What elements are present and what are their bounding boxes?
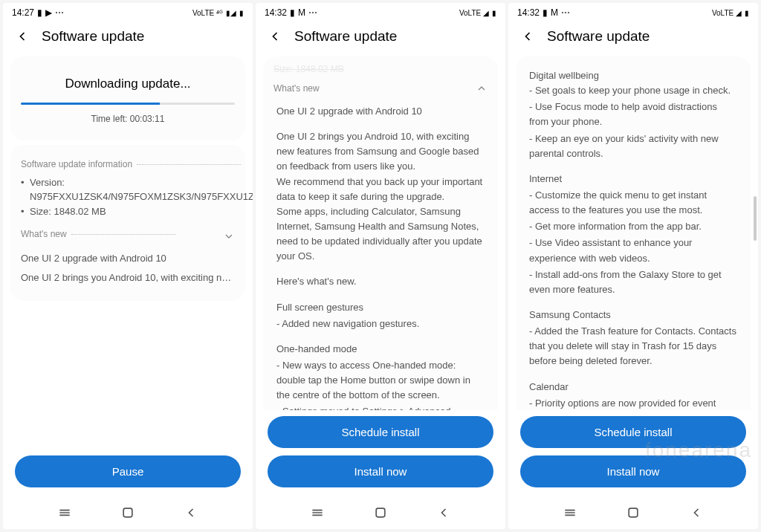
back-icon[interactable] — [520, 29, 535, 44]
internet-bullet-3: - Use Video assistant to enhance your ex… — [529, 236, 737, 265]
chevron-down-icon — [223, 230, 235, 242]
contacts-heading: Samsung Contacts — [529, 308, 737, 322]
nav-back-icon[interactable] — [689, 505, 704, 520]
back-icon[interactable] — [15, 29, 30, 44]
fullscreen-bullet-1: - Added new navigation gestures. — [276, 317, 485, 331]
mail-icon: M — [551, 7, 558, 18]
home-icon[interactable] — [626, 505, 641, 520]
back-icon[interactable] — [268, 29, 282, 44]
internet-bullet-1: - Customize the quick menu to get instan… — [529, 188, 737, 218]
notification-icon: ▮ — [37, 7, 42, 18]
notification-icon: ▮ — [290, 7, 295, 18]
recents-icon[interactable] — [563, 505, 577, 520]
nav-back-icon[interactable] — [184, 505, 198, 520]
changelog-title: One UI 2 upgrade with Android 10 — [276, 104, 485, 119]
time-left: Time left: 00:03:11 — [21, 112, 235, 129]
more-icon: ⋯ — [561, 7, 570, 18]
volte-icon: VoLTE ◢ — [459, 9, 489, 17]
signal-icon: ▮◢ — [226, 9, 236, 17]
changelog-p4: Here's what's new. — [276, 274, 485, 289]
onehanded-heading: One-handed mode — [276, 342, 485, 357]
wellbeing-bullet-3: - Keep an eye on your kids' activity wit… — [529, 132, 737, 161]
screen-2: 14:32 ▮ M ⋯ VoLTE ◢ ▮ Software update Si… — [256, 3, 505, 529]
progress-bar — [21, 103, 235, 105]
version-line: Version: N975FXXU1ZSK4/N975FOXM1ZSK3/N97… — [21, 175, 235, 204]
page-header: Software update — [3, 19, 253, 52]
install-now-button[interactable]: Install now — [268, 455, 493, 487]
more-icon: ⋯ — [308, 7, 317, 18]
page-title: Software update — [547, 28, 650, 45]
contacts-bullet-1: - Added the Trash feature for Contacts. … — [529, 324, 737, 369]
home-icon[interactable] — [373, 505, 388, 520]
status-bar: 14:32 ▮ M ⋯ VoLTE ◢ ▮ — [508, 3, 758, 19]
whats-new-title: One UI 2 upgrade with Android 10 — [21, 251, 235, 266]
wellbeing-heading: Digital wellbeing — [529, 68, 737, 83]
page-header: Software update — [256, 19, 505, 52]
changelog-p3: Some apps, including Calculator, Samsung… — [276, 204, 485, 265]
status-time: 14:32 — [265, 7, 287, 18]
whats-new-toggle[interactable]: What's new — [273, 79, 488, 98]
wellbeing-bullet-1: - Set goals to keep your phone usage in … — [529, 83, 737, 98]
info-section-label: Software update information — [21, 158, 132, 171]
changelog-card: Size: 1848.02 MB What's new One UI 2 upg… — [263, 56, 498, 410]
status-time: 14:32 — [517, 7, 540, 18]
svg-rect-2 — [629, 508, 638, 517]
volte-icon: VoLTE ⁴ᴳ — [192, 9, 223, 17]
whats-new-label: What's new — [21, 227, 67, 241]
faded-previous: Size: 1848.02 MB — [273, 62, 488, 79]
battery-icon: ▮ — [745, 9, 749, 17]
whats-new-preview: One UI 2 brings you Android 10, with exc… — [21, 270, 235, 285]
changelog-p1: One UI 2 brings you Android 10, with exc… — [276, 129, 485, 174]
volte-icon: VoLTE ◢ — [712, 9, 742, 17]
onehanded-bullet-2: - Settings moved to Settings > Advanced … — [276, 404, 485, 410]
fullscreen-heading: Full screen gestures — [276, 300, 485, 315]
recents-icon[interactable] — [57, 505, 72, 520]
wellbeing-bullet-2: - Use Focus mode to help avoid distracti… — [529, 100, 737, 129]
battery-icon: ▮ — [492, 9, 496, 17]
home-icon[interactable] — [120, 505, 135, 520]
install-now-button[interactable]: Install now — [520, 455, 746, 487]
internet-bullet-4: - Install add-ons from the Galaxy Store … — [529, 267, 737, 297]
svg-rect-1 — [376, 508, 385, 517]
nav-bar — [508, 498, 758, 529]
page-header: Software update — [508, 19, 758, 52]
whats-new-toggle[interactable]: What's new — [21, 227, 235, 245]
mail-icon: M — [298, 7, 305, 18]
scroll-indicator[interactable] — [754, 196, 757, 241]
changelog-card: Digital wellbeing - Set goals to keep yo… — [516, 56, 751, 410]
nav-bar — [3, 498, 253, 529]
play-icon: ▶ — [45, 7, 52, 18]
svg-rect-0 — [123, 508, 132, 517]
internet-bullet-2: - Get more information from the app bar. — [529, 219, 737, 234]
status-bar: 14:32 ▮ M ⋯ VoLTE ◢ ▮ — [256, 3, 505, 19]
download-card: Downloading update... Time left: 00:03:1… — [10, 56, 245, 140]
onehanded-bullet-1: - New ways to access One-handed mode: do… — [276, 358, 485, 403]
page-title: Software update — [294, 28, 397, 45]
whats-new-label: What's new — [273, 82, 320, 95]
more-icon: ⋯ — [55, 7, 64, 18]
screen-3: 14:32 ▮ M ⋯ VoLTE ◢ ▮ Software update Di… — [508, 3, 758, 529]
recents-icon[interactable] — [310, 505, 325, 520]
schedule-install-button[interactable]: Schedule install — [268, 416, 493, 448]
status-bar: 14:27 ▮ ▶ ⋯ VoLTE ⁴ᴳ ▮◢ ▮ — [3, 3, 253, 19]
changelog-p2: We recommend that you back up your impor… — [276, 175, 485, 204]
notification-icon: ▮ — [543, 7, 548, 18]
update-info-card: Software update information Version: N97… — [10, 145, 245, 302]
chevron-up-icon — [476, 82, 488, 94]
schedule-install-button[interactable]: Schedule install — [520, 416, 746, 448]
nav-bar — [256, 498, 505, 529]
status-time: 14:27 — [12, 7, 34, 18]
screen-1: 14:27 ▮ ▶ ⋯ VoLTE ⁴ᴳ ▮◢ ▮ Software updat… — [3, 3, 253, 529]
battery-icon: ▮ — [239, 9, 244, 17]
nav-back-icon[interactable] — [436, 505, 451, 520]
calendar-bullet-1: - Priority options are now provided for … — [529, 396, 737, 410]
page-title: Software update — [42, 28, 144, 45]
pause-button[interactable]: Pause — [15, 455, 241, 487]
internet-heading: Internet — [529, 172, 737, 186]
size-line: Size: 1848.02 MB — [21, 204, 235, 219]
calendar-heading: Calendar — [529, 380, 737, 395]
download-status: Downloading update... — [21, 68, 235, 103]
